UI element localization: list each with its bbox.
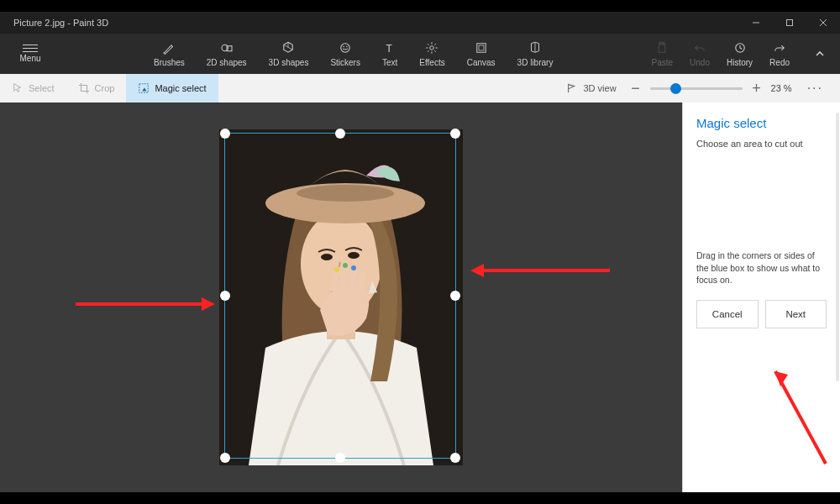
- shapes-2d-icon: [219, 40, 234, 55]
- ribbon-3d-shapes[interactable]: 3D shapes: [269, 40, 309, 67]
- selection-handle-tc[interactable]: [335, 129, 345, 139]
- svg-line-18: [435, 44, 437, 45]
- cancel-button[interactable]: Cancel: [696, 300, 759, 328]
- chevron-up-icon: [814, 48, 826, 60]
- app-window: Picture 2.jpg - Paint 3D Menu Brushes 2D…: [0, 12, 840, 492]
- panel-instruction-2: Drag in the corners or sides of the blue…: [696, 249, 827, 286]
- svg-rect-25: [139, 84, 149, 93]
- magic-select-tool[interactable]: Magic select: [126, 74, 218, 102]
- ribbon-label: Brushes: [154, 58, 185, 67]
- close-button[interactable]: [806, 12, 840, 34]
- zoom-out-button[interactable]: −: [628, 80, 643, 97]
- ribbon-label: Effects: [419, 58, 444, 67]
- svg-marker-37: [775, 371, 788, 386]
- shapes-3d-icon: [281, 40, 296, 55]
- ribbon-2d-shapes[interactable]: 2D shapes: [207, 40, 247, 67]
- svg-rect-19: [476, 44, 486, 53]
- menu-button[interactable]: Menu: [5, 41, 55, 66]
- ribbon-effects[interactable]: Effects: [419, 40, 444, 67]
- panel-title: Magic select: [696, 116, 827, 130]
- ribbon-label: Redo: [769, 58, 790, 67]
- svg-line-36: [775, 371, 826, 464]
- work-zone: Magic select Choose an area to cut out D…: [0, 102, 840, 492]
- panel-scrollbar[interactable]: [836, 113, 839, 381]
- svg-point-8: [346, 46, 348, 48]
- menu-label: Menu: [19, 54, 40, 63]
- zoom-in-button[interactable]: +: [749, 80, 764, 97]
- history-icon: [732, 40, 748, 55]
- svg-line-15: [428, 44, 430, 45]
- tool-label: Magic select: [155, 83, 206, 93]
- window-title: Picture 2.jpg - Paint 3D: [0, 18, 739, 28]
- svg-point-7: [344, 46, 345, 48]
- ribbon-undo: Undo: [690, 40, 710, 67]
- 3d-view-toggle[interactable]: 3D view: [554, 74, 627, 102]
- ribbon-label: Stickers: [330, 58, 360, 67]
- selection-handle-tl[interactable]: [220, 129, 230, 139]
- redo-icon: [772, 40, 787, 55]
- undo-icon: [692, 40, 707, 55]
- ribbon-label: 3D library: [517, 58, 554, 67]
- selection-handle-ml[interactable]: [220, 291, 230, 301]
- minimize-button[interactable]: [739, 12, 773, 34]
- text-icon: T: [382, 40, 397, 55]
- maximize-button[interactable]: [773, 12, 806, 34]
- svg-line-16: [435, 50, 437, 52]
- selection-handle-mr[interactable]: [450, 291, 460, 301]
- ribbon: Menu Brushes 2D shapes 3D shapes Sticker…: [0, 34, 840, 74]
- tool-label: 3D view: [583, 83, 616, 93]
- svg-point-10: [430, 46, 434, 50]
- selection-handle-br[interactable]: [450, 453, 460, 463]
- flag-3d-icon: [566, 82, 578, 94]
- ribbon-canvas[interactable]: Canvas: [467, 40, 496, 67]
- selection-handle-bl[interactable]: [220, 453, 230, 463]
- svg-text:T: T: [386, 43, 393, 55]
- more-options-button[interactable]: ···: [799, 81, 832, 96]
- ribbon-label: Undo: [690, 58, 710, 67]
- magic-select-panel: Magic select Choose an area to cut out D…: [682, 102, 840, 492]
- title-bar: Picture 2.jpg - Paint 3D: [0, 12, 840, 34]
- cursor-icon: [12, 82, 24, 94]
- collapse-ribbon-button[interactable]: [806, 48, 833, 60]
- select-tool[interactable]: Select: [0, 74, 66, 102]
- sub-toolbar: Select Crop Magic select 3D view − + 23 …: [0, 74, 840, 102]
- ribbon-label: Canvas: [467, 58, 496, 67]
- brush-icon: [161, 40, 176, 55]
- magic-select-box[interactable]: [224, 133, 456, 459]
- ribbon-label: History: [727, 58, 753, 67]
- ribbon-stickers[interactable]: Stickers: [330, 40, 360, 67]
- paste-icon: [654, 40, 669, 55]
- photo-canvas[interactable]: [219, 129, 463, 465]
- ribbon-label: 2D shapes: [207, 58, 247, 67]
- ribbon-label: Paste: [651, 58, 673, 67]
- magic-select-icon: [138, 82, 150, 94]
- tool-label: Select: [29, 83, 55, 93]
- library-3d-icon: [528, 40, 543, 55]
- ribbon-label: 3D shapes: [269, 58, 309, 67]
- ribbon-label: Text: [382, 58, 397, 67]
- ribbon-paste: Paste: [651, 40, 673, 67]
- canvas-icon: [474, 40, 489, 55]
- ribbon-text[interactable]: T Text: [382, 40, 397, 67]
- zoom-percent: 23 %: [771, 83, 792, 93]
- effects-icon: [424, 40, 439, 55]
- crop-icon: [78, 82, 90, 94]
- ribbon-history[interactable]: History: [727, 40, 753, 67]
- stickers-icon: [338, 40, 353, 55]
- panel-instruction-1: Choose an area to cut out: [696, 139, 827, 149]
- selection-handle-tr[interactable]: [450, 129, 460, 139]
- ribbon-brushes[interactable]: Brushes: [154, 40, 185, 67]
- zoom-slider-thumb[interactable]: [670, 83, 681, 94]
- canvas-area[interactable]: [0, 102, 682, 492]
- ribbon-redo[interactable]: Redo: [769, 40, 790, 67]
- svg-point-6: [341, 44, 350, 53]
- zoom-slider[interactable]: [650, 87, 743, 90]
- annotation-arrow-next: [742, 354, 840, 472]
- svg-rect-20: [479, 45, 484, 50]
- tool-label: Crop: [95, 83, 115, 93]
- crop-tool[interactable]: Crop: [66, 74, 127, 102]
- ribbon-3d-library[interactable]: 3D library: [517, 40, 554, 67]
- svg-rect-1: [787, 20, 793, 26]
- next-button[interactable]: Next: [765, 300, 827, 328]
- selection-handle-bc[interactable]: [335, 453, 345, 463]
